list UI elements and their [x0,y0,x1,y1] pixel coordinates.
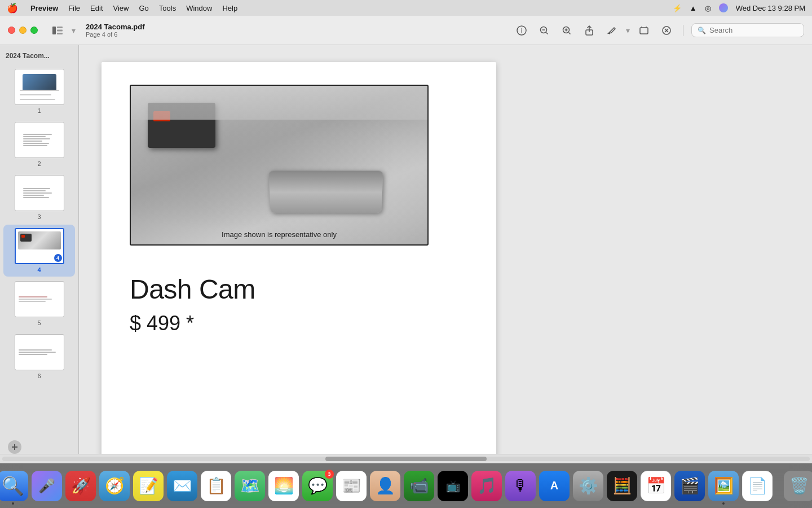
menu-view[interactable]: View [113,4,129,12]
dock-mail[interactable]: ✉️ [167,471,197,501]
close-button[interactable] [8,27,15,34]
finder-icon: 🔍 [2,475,24,497]
reminders-icon: 📋 [206,476,226,495]
page-number-4: 4 [37,266,41,273]
pdf-view[interactable]: Image shown is representative only Dash … [79,45,812,454]
info-button[interactable]: i [513,23,530,38]
thumbnail-frame-4: 4 [15,228,64,264]
dock-calendar[interactable]: 📅 [641,471,671,501]
wifi-icon: ▲ [690,4,697,12]
page-number-3: 3 [37,213,41,220]
menu-file[interactable]: File [68,4,80,12]
markup-chevron-icon[interactable]: ▾ [626,26,630,35]
chevron-down-icon[interactable]: ▾ [72,26,76,35]
dock-siri[interactable]: 🎤 [32,471,62,501]
contacts-icon: 👤 [376,476,395,495]
thumbnail-page-2[interactable]: 2 [3,119,75,170]
notes-icon: 📝 [139,476,158,495]
preview-active-dot [722,502,725,505]
messages-badge: 3 [325,470,334,479]
dock-preview[interactable]: 🖼️ [708,471,739,501]
finder-active-dot [12,502,14,505]
sidebar: 2024 Tacom... 1 [0,45,79,454]
battery-icon: ⚡ [673,4,682,12]
thumbnail-page-1[interactable]: 1 [3,65,75,117]
page-number-5: 5 [37,319,41,326]
news-icon: 📰 [342,476,361,495]
menu-edit[interactable]: Edit [90,4,103,12]
dock-contacts[interactable]: 👤 [370,471,400,501]
svg-rect-0 [52,27,56,34]
product-price: $ 499 * [130,312,468,335]
zoom-out-button[interactable] [536,23,553,38]
dash-cam-image: Image shown is representative only [130,85,429,246]
thumbnail-frame-3 [15,175,64,211]
menu-go[interactable]: Go [139,4,148,12]
dock-trash[interactable]: 🗑️ [784,471,812,501]
product-name: Dash Cam [130,274,468,305]
dock-podcasts[interactable]: 🎙 [505,471,536,501]
dock-reminders[interactable]: 📋 [201,471,231,501]
launchpad-icon: 🚀 [71,476,91,495]
mirror-shape [268,171,383,213]
scrollbar-track[interactable] [2,457,810,461]
menu-help[interactable]: Help [222,4,237,12]
podcasts-icon: 🎙 [513,476,528,495]
svg-rect-2 [57,29,63,31]
thumbnail-frame-6 [15,334,64,370]
dock-music[interactable]: 🎵 [471,471,502,501]
clock: Wed Dec 13 9:28 PM [736,4,805,12]
dock-messages[interactable]: 💬 3 [302,471,333,501]
add-page-button[interactable] [8,440,21,454]
app-window: ▾ 2024 Tacoma.pdf Page 4 of 6 i ▾ [0,16,812,463]
zoom-in-button[interactable] [558,23,575,38]
dock-launchpad[interactable]: 🚀 [65,471,96,501]
maximize-button[interactable] [30,27,38,34]
minimize-button[interactable] [19,27,27,34]
horizontal-scrollbar[interactable] [0,454,812,463]
dock-safari[interactable]: 🧭 [99,471,130,501]
messages-icon: 💬 [308,476,328,495]
toolbar-pageinfo: Page 4 of 6 [86,31,145,38]
dock-quicktime[interactable]: 🎬 [674,471,705,501]
dock-news[interactable]: 📰 [336,471,367,501]
safari-icon: 🧭 [105,476,125,495]
markup-button[interactable] [603,23,620,38]
calendar-icon: 📅 [646,476,666,495]
page-badge-4: 4 [54,254,62,262]
image-caption: Image shown is representative only [222,230,337,239]
add-button[interactable] [636,23,652,38]
thumbnail-page-4[interactable]: 4 4 [3,225,75,277]
toolbar-separator [683,25,683,36]
dock-photos[interactable]: 🌅 [268,471,299,501]
menu-preview[interactable]: Preview [30,4,58,12]
dock-facetime[interactable]: 📹 [404,471,434,501]
apple-menu-icon[interactable]: 🍎 [7,3,18,14]
quicktime-icon: 🎬 [680,476,700,495]
scrollbar-thumb[interactable] [325,457,487,461]
dock-appstore[interactable]: A [539,471,570,501]
preview-icon: 🖼️ [714,476,734,495]
thumbnail-frame-1 [15,69,64,105]
dock-systemprefs[interactable]: ⚙️ [573,471,603,501]
thumbnail-page-6[interactable]: 6 [3,331,75,383]
thumbnail-page-5[interactable]: 5 [3,278,75,330]
dock-textedit[interactable]: 📄 [742,471,773,501]
dock-appletv[interactable]: 📺 [438,471,468,501]
dock-notes[interactable]: 📝 [133,471,164,501]
dock-maps[interactable]: 🗺️ [235,471,265,501]
music-icon: 🎵 [477,476,497,495]
photos-icon: 🌅 [274,476,294,495]
share-button[interactable] [581,23,598,38]
page-number-2: 2 [37,160,41,167]
appstore-icon: A [550,479,558,492]
search-input[interactable] [709,26,798,34]
menu-window[interactable]: Window [186,4,212,12]
trash-icon: 🗑️ [789,476,809,495]
dock-finder[interactable]: 🔍 [0,471,28,501]
menu-tools[interactable]: Tools [159,4,176,12]
thumbnail-page-3[interactable]: 3 [3,172,75,224]
sidebar-toggle-button[interactable] [49,24,66,37]
redact-button[interactable] [658,23,675,38]
dock-calculator[interactable]: 🧮 [607,471,637,501]
